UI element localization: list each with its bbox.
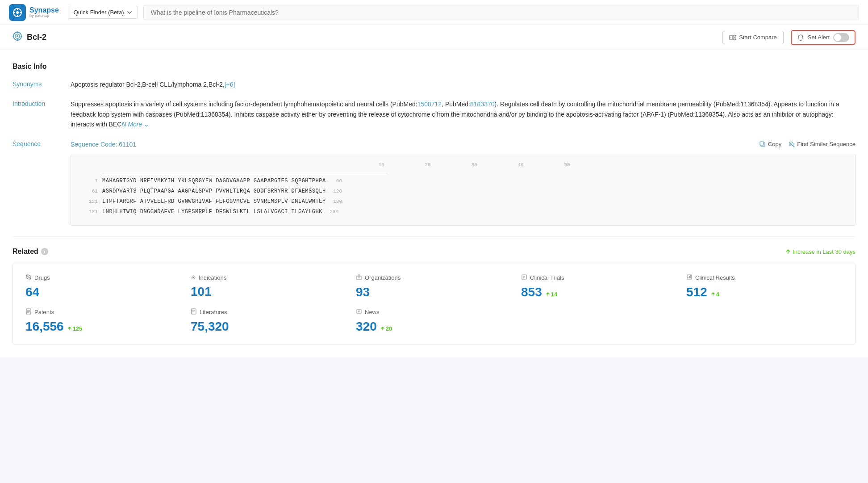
introduction-value: Suppresses apoptosis in a variety of cel… — [71, 99, 855, 129]
basic-info-section: Basic Info Synonyms Apoptosis regulator … — [13, 63, 855, 226]
drugs-icon — [25, 274, 32, 281]
related-card-clinical-trials: Clinical Trials 853 14 — [512, 274, 677, 299]
related-card-clinical-results: Clinical Results 512 4 — [677, 274, 843, 299]
literatures-label: Literatures — [200, 309, 227, 315]
literatures-value[interactable]: 75,320 — [191, 319, 229, 334]
introduction-label: Introduction — [13, 99, 71, 129]
copy-button[interactable]: Copy — [760, 141, 781, 147]
related-title-area: Related i — [13, 248, 48, 256]
indications-icon: ✳ — [191, 274, 196, 281]
related-card-drugs: Drugs 64 — [25, 274, 182, 299]
up-arrow-news-icon — [380, 326, 385, 331]
indications-value-row: 101 — [191, 285, 338, 299]
sequence-actions: Copy Find Similar Sequence — [760, 141, 855, 147]
svg-rect-39 — [192, 309, 196, 314]
find-similar-icon — [789, 141, 795, 147]
basic-info-title: Basic Info — [13, 63, 855, 71]
clinical-results-value[interactable]: 512 — [686, 285, 707, 299]
patents-value[interactable]: 16,556 — [25, 319, 64, 334]
up-arrow-icon — [785, 249, 791, 254]
search-input[interactable] — [143, 5, 859, 20]
set-alert-toggle[interactable] — [833, 33, 849, 42]
related-card-placeholder-1 — [512, 308, 677, 334]
page-header: Bcl-2 Start Compare Set Alert — [0, 25, 868, 50]
clinical-trials-header: Clinical Trials — [521, 274, 668, 281]
increase-text: Increase in Last 30 days — [793, 248, 855, 255]
sequence-label: Sequence — [13, 139, 71, 226]
clinical-trials-increase: 14 — [546, 291, 557, 298]
patents-increase: 125 — [67, 325, 83, 332]
news-value-row: 320 20 — [356, 319, 503, 334]
set-alert-label: Set Alert — [808, 34, 830, 41]
indications-label: Indications — [199, 274, 226, 281]
clinical-results-header: Clinical Results — [686, 274, 834, 281]
synonyms-row: Synonyms Apoptosis regulator Bcl-2,B-cel… — [13, 80, 855, 89]
related-card-organizations: Organizations 93 — [347, 274, 512, 299]
clinical-trials-value[interactable]: 853 — [521, 285, 542, 299]
related-cards-grid: Drugs 64 ✳ Indications 101 — [13, 263, 855, 345]
clinical-results-icon — [686, 274, 693, 281]
drugs-value[interactable]: 64 — [25, 285, 39, 299]
intro-more-link[interactable]: N More — [121, 121, 142, 128]
quick-finder-label: Quick Finder (Beta) — [74, 9, 124, 16]
logo-text: Synapse by patsnap — [29, 6, 59, 18]
main-content: Basic Info Synonyms Apoptosis regulator … — [0, 50, 868, 357]
drugs-label: Drugs — [34, 274, 50, 281]
target-icon — [13, 31, 22, 43]
pubmed-link-2[interactable]: 8183370 — [470, 101, 495, 108]
svg-rect-25 — [358, 275, 360, 276]
drugs-header: Drugs — [25, 274, 173, 281]
sequence-code-link[interactable]: Sequence Code: 61101 — [71, 139, 136, 149]
synonyms-value: Apoptosis regulator Bcl-2,B-cell CLL/lym… — [71, 80, 855, 89]
copy-icon — [760, 141, 766, 147]
sequence-row-4: 181 LNRHLHTWIQ DNGGWDAFVE LYGPSMRPLF DFS… — [80, 208, 846, 216]
drugs-value-row: 64 — [25, 285, 173, 299]
find-similar-label: Find Similar Sequence — [797, 141, 855, 147]
patents-value-row: 16,556 125 — [25, 319, 173, 334]
header-actions: Start Compare Set Alert — [722, 30, 855, 45]
logo-area: Synapse by patsnap — [9, 4, 59, 21]
synonyms-text: Apoptosis regulator Bcl-2,B-cell CLL/lym… — [71, 81, 225, 88]
pubmed-link-1[interactable]: 1508712 — [417, 101, 442, 108]
set-alert-area: Set Alert — [791, 30, 855, 45]
related-info-icon[interactable]: i — [41, 248, 48, 255]
organizations-value[interactable]: 93 — [356, 285, 370, 299]
find-similar-button[interactable]: Find Similar Sequence — [789, 141, 855, 147]
news-value[interactable]: 320 — [356, 319, 377, 334]
related-card-indications: ✳ Indications 101 — [182, 274, 347, 299]
clinical-results-value-row: 512 4 — [686, 285, 834, 299]
up-arrow-patents-icon — [67, 326, 72, 331]
sequence-row: Sequence Sequence Code: 61101 Copy — [13, 139, 855, 226]
related-card-literatures: Literatures 75,320 — [182, 308, 347, 334]
sequence-row-2: 61 ASRDPVARTS PLQTPAAPGA AAGPALSPVP PVVH… — [80, 187, 846, 196]
quick-finder-button[interactable]: Quick Finder (Beta) — [68, 6, 138, 19]
sequence-row-3: 121 LTPFTARGRF ATVVEELFRD GVNWGRIVAF FEF… — [80, 197, 846, 206]
intro-text-2: , PubMed: — [442, 101, 470, 108]
increase-label: Increase in Last 30 days — [785, 248, 855, 255]
organizations-label: Organizations — [365, 274, 401, 281]
indications-value[interactable]: 101 — [191, 285, 212, 299]
patents-header: Patents — [25, 308, 173, 316]
sequence-header: Sequence Code: 61101 Copy — [71, 139, 855, 149]
clinical-trials-value-row: 853 14 — [521, 285, 668, 299]
top-navigation: Synapse by patsnap Quick Finder (Beta) — [0, 0, 868, 25]
clinical-results-increase: 4 — [711, 291, 719, 298]
patents-icon — [25, 308, 32, 316]
start-compare-button[interactable]: Start Compare — [722, 31, 784, 44]
related-header: Related i Increase in Last 30 days — [13, 248, 855, 256]
logo-sub-text: by patsnap — [29, 14, 59, 18]
sequence-ruler: 10 20 30 40 50 — [80, 161, 846, 169]
svg-point-21 — [790, 143, 792, 145]
introduction-row: Introduction Suppresses apoptosis in a v… — [13, 99, 855, 129]
synonyms-label: Synonyms — [13, 80, 71, 89]
related-card-news: News 320 20 — [347, 308, 512, 334]
related-title: Related — [13, 248, 38, 256]
related-cards-row-1: Drugs 64 ✳ Indications 101 — [25, 274, 843, 299]
literatures-icon — [191, 308, 197, 316]
literatures-header: Literatures — [191, 308, 338, 316]
synonyms-more-link[interactable]: [+6] — [225, 81, 235, 88]
intro-text-1: Suppresses apoptosis in a variety of cel… — [71, 101, 417, 108]
organizations-icon — [356, 274, 362, 281]
svg-point-8 — [17, 35, 18, 37]
svg-rect-18 — [760, 142, 764, 145]
